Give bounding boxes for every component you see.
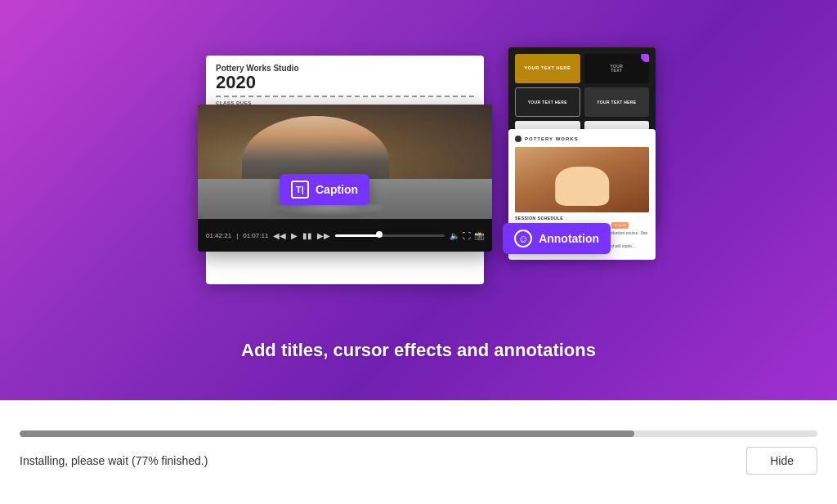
total-time: 01:07:11 [243,232,268,239]
annotation-label: Annotation [539,232,599,245]
play-button[interactable]: ▶ [291,231,298,240]
video-progress-bar[interactable] [335,234,445,237]
pottery-logo-text: POTTERY WORKS [525,136,579,141]
main-headline: Add titles, cursor effects and annotatio… [241,340,596,361]
fast-forward-button[interactable]: ▶▶ [317,231,330,240]
current-time: 01:42:21 [206,232,231,239]
caption-label: Caption [316,183,358,196]
slide-divider [216,96,474,97]
status-text: Installing, please wait (77% finished.) [20,454,208,467]
video-controls: 01:42:21 | 01:07:11 ◀◀ ▶ ▮▮ ▶▶ 🔈 ⛶ 📸 [198,219,492,252]
rewind-button[interactable]: ◀◀ [273,231,286,240]
slide-header: Pottery Works Studio 2020 CLASS DUES [206,56,484,111]
schedule-badge: 10 week [611,222,629,229]
status-row: Installing, please wait (77% finished.) … [20,447,817,475]
text-style-badge-item: YOURTEXT [584,54,650,83]
caption-icon: T| [291,181,309,198]
caption-tooltip: T| Caption [280,174,369,205]
bottom-section: Installing, please wait (77% finished.) … [0,400,837,504]
install-progress-track [20,430,817,437]
text-style-outline: YOUR TEXT HERE [515,87,580,117]
slide-year: 2020 [216,73,474,92]
camera-icon[interactable]: 📸 [474,231,484,240]
pottery-logo-dot [515,136,521,142]
preview-container: Pottery Works Studio 2020 CLASS DUES The… [190,39,647,317]
video-progress-dot [376,231,383,238]
time-separator: | [236,232,238,239]
text-style-dark: YOUR TEXT HERE [584,87,650,117]
hide-button[interactable]: Hide [746,447,817,475]
volume-icon[interactable]: 🔈 [450,231,459,240]
text-style-badge-wrapper: YOURTEXT [584,54,650,83]
slide-right-header: POTTERY WORKS [515,136,649,142]
control-icons: 🔈 ⛶ 📸 [450,231,484,240]
session-schedule-label: SESSION SCHEDULE [515,216,649,221]
fullscreen-icon[interactable]: ⛶ [463,231,471,240]
pause-button[interactable]: ▮▮ [302,231,312,240]
install-progress-fill [20,430,634,437]
video-progress-fill [335,234,378,237]
annotation-tooltip: ☺ Annotation [503,223,611,254]
text-style-gold: YOUR TEXT HERE [515,54,580,83]
slide-right-hand [555,167,609,206]
top-section: Pottery Works Studio 2020 CLASS DUES The… [0,0,837,400]
annotation-icon: ☺ [514,230,532,248]
slide-right-image [515,147,649,212]
